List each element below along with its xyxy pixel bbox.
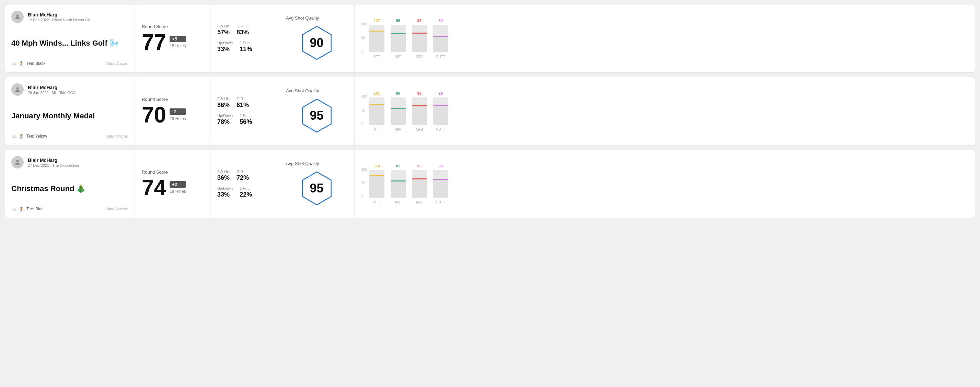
score-badge-col: +218 Holes — [170, 181, 186, 194]
svg-point-2 — [16, 160, 19, 162]
chart-label-app: APP — [395, 200, 402, 204]
chart-col-putt: 93PUTT — [433, 164, 448, 204]
data-source: Data: Arccos — [107, 207, 128, 211]
score-badge: +5 — [170, 36, 186, 42]
up-down: Up/Down33% — [217, 41, 233, 53]
one-putt-value: 11% — [240, 46, 252, 53]
player-header: Blair McHarg12 Feb 2022 · Royal North De… — [11, 11, 128, 23]
hexagon-wrap: 95 — [298, 170, 336, 207]
score-row: 74+218 Holes — [142, 177, 203, 199]
quality-label: Avg Shot Quality — [286, 16, 319, 21]
hex-score: 95 — [310, 181, 323, 195]
gir-value: 83% — [237, 29, 249, 36]
chart-wrapper: 100500110OTT87APP95ARG93PUTT — [361, 164, 969, 204]
chart-col-app: 86APP — [391, 91, 406, 132]
score-number: 77 — [142, 31, 166, 53]
chart-value-app: 86 — [396, 91, 400, 95]
round-card-round3: Blair McHarg27 Dec 2021 · The Oxfordshir… — [4, 149, 976, 218]
score-row: 70-218 Holes — [142, 104, 203, 126]
bag-icon: 🏌️ — [19, 134, 24, 139]
holes-label: 18 Holes — [170, 44, 186, 48]
score-label: Round Score — [142, 97, 203, 102]
chart-value-arg: 96 — [417, 91, 422, 95]
one-putt: 1 Putt11% — [240, 41, 252, 53]
chart-label-ott: OTT — [374, 128, 380, 132]
avatar — [11, 156, 24, 168]
stats-row-2: Up/Down33%1 Putt22% — [217, 186, 272, 198]
chart-col-app: 95APP — [391, 19, 406, 59]
stats-row-2: Up/Down33%1 Putt11% — [217, 41, 272, 53]
chart-col-ott: 101OTT — [369, 91, 385, 132]
bar-marker-arg — [412, 105, 427, 106]
quality-label: Avg Shot Quality — [286, 161, 319, 166]
card-footer: ☁️🏌️Tee: BlackData: Arccos — [11, 61, 128, 66]
card-quality: Avg Shot Quality90 — [279, 5, 355, 72]
card-chart: 100500110OTT87APP95ARG93PUTT — [355, 150, 975, 218]
score-badge-col: -218 Holes — [170, 108, 186, 121]
chart-value-putt: 82 — [439, 19, 443, 23]
holes-label: 18 Holes — [170, 116, 186, 121]
chart-value-app: 87 — [396, 164, 400, 168]
y-label: 0 — [361, 49, 367, 53]
bars-group: 107OTT95APP98ARG82PUTT — [369, 19, 448, 59]
gir: GIR83% — [237, 24, 249, 36]
y-label: 50 — [361, 181, 367, 185]
gir: GIR72% — [237, 170, 249, 181]
bar-marker-putt — [433, 105, 448, 106]
y-label: 100 — [361, 95, 367, 99]
chart-label-putt: PUTT — [436, 55, 445, 59]
up-down-value: 33% — [217, 191, 233, 198]
gir-label: GIR — [237, 97, 249, 101]
bars-group: 101OTT86APP96ARG99PUTT — [369, 91, 448, 132]
one-putt-value: 22% — [240, 191, 252, 198]
y-label: 0 — [361, 195, 367, 199]
chart-label-ott: OTT — [374, 200, 380, 204]
y-labels: 100500 — [361, 168, 367, 199]
fw-hit-value: 86% — [217, 102, 230, 109]
up-down-label: Up/Down — [217, 41, 233, 45]
player-header: Blair McHarg29 Jan 2022 · Mill Ride GCC — [11, 83, 128, 96]
round-title: January Monthly Medal — [11, 111, 128, 121]
player-meta: 29 Jan 2022 · Mill Ride GCC — [28, 90, 76, 95]
bar-marker-putt — [433, 36, 448, 37]
card-left-round3: Blair McHarg27 Dec 2021 · The Oxfordshir… — [5, 150, 135, 218]
data-source: Data: Arccos — [107, 62, 128, 65]
y-label: 50 — [361, 108, 367, 112]
y-label: 50 — [361, 36, 367, 40]
player-name: Blair McHarg — [28, 85, 76, 90]
gir: GIR61% — [237, 97, 249, 109]
chart-value-arg: 98 — [417, 19, 422, 23]
bar-marker-ott — [369, 175, 385, 176]
bar-marker-ott — [369, 30, 385, 32]
round-card-round1: Blair McHarg12 Feb 2022 · Royal North De… — [4, 4, 976, 73]
chart-label-arg: ARG — [416, 128, 423, 132]
one-putt-label: 1 Putt — [240, 41, 252, 45]
stats-row-2: Up/Down78%1 Putt56% — [217, 114, 272, 125]
chart-value-putt: 93 — [439, 164, 443, 168]
score-label: Round Score — [142, 170, 203, 174]
bar-marker-app — [391, 108, 406, 109]
y-label: 100 — [361, 168, 367, 171]
weather-icon: ☁️ — [11, 134, 17, 139]
chart-col-putt: 82PUTT — [433, 19, 448, 59]
bag-icon: 🏌️ — [19, 61, 24, 66]
fw-hit: FW Hit36% — [217, 170, 230, 181]
fw-hit: FW Hit57% — [217, 24, 230, 36]
card-score: Round Score77+518 Holes — [135, 5, 210, 72]
score-number: 74 — [142, 177, 166, 199]
bar-marker-app — [391, 181, 406, 181]
avatar — [11, 11, 24, 23]
up-down-value: 33% — [217, 46, 233, 53]
one-putt-value: 56% — [240, 118, 252, 125]
up-down-label: Up/Down — [217, 114, 233, 118]
chart-wrapper: 100500107OTT95APP98ARG82PUTT — [361, 19, 969, 59]
card-stats: FW Hit36%GIR72%Up/Down33%1 Putt22% — [210, 150, 279, 218]
score-row: 77+518 Holes — [142, 31, 203, 53]
chart-value-app: 95 — [396, 19, 400, 23]
y-labels: 100500 — [361, 95, 367, 126]
card-footer: ☁️🏌️Tee: BlueData: Arccos — [11, 206, 128, 212]
chart-label-ott: OTT — [374, 55, 380, 59]
score-badge-col: +518 Holes — [170, 36, 186, 48]
chart-label-arg: ARG — [416, 200, 423, 204]
chart-col-arg: 95ARG — [412, 164, 427, 204]
